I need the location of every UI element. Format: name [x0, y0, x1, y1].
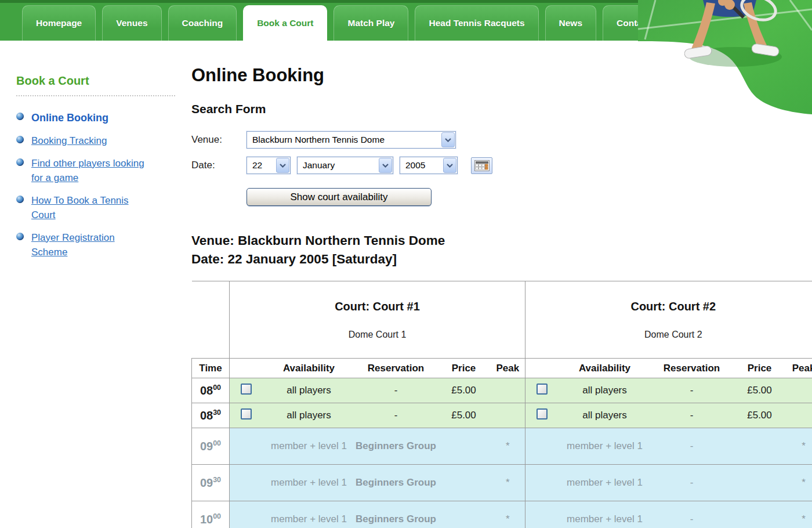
year-select[interactable]: 2005	[400, 157, 458, 174]
sidebar-menu: Online Booking Booking Tracking Find oth…	[16, 110, 175, 260]
chevron-down-icon	[379, 158, 392, 173]
peak-cell: *	[491, 428, 525, 465]
column-header-row: Time Availability Reservation Price Peak…	[192, 359, 812, 378]
calendar-button[interactable]	[471, 157, 492, 174]
time-column-header: Time	[192, 359, 230, 378]
venue-row: Venue: Blackburn Northern Tennis Dome	[191, 131, 812, 149]
availability-checkbox[interactable]	[536, 408, 548, 419]
ball-bullet-icon	[16, 158, 24, 166]
availability-checkbox[interactable]	[241, 384, 252, 395]
peak-cell	[786, 403, 812, 428]
availability-column-header: Availability	[263, 359, 355, 378]
month-select[interactable]: January	[297, 157, 393, 174]
availability-checkbox[interactable]	[241, 408, 252, 419]
peak-cell: *	[786, 428, 812, 465]
sidebar-item-online-booking: Online Booking	[16, 110, 175, 126]
reservation-cell: -	[651, 428, 733, 465]
slot-row-1000: 1000 member + level 1 Beginners Group * …	[192, 501, 812, 528]
court-1-title: Court: Court #1	[230, 300, 525, 313]
nav-tab-match-play[interactable]: Match Play	[334, 5, 408, 41]
checkbox-cell	[525, 501, 559, 528]
nav-tab-homepage[interactable]: Homepage	[22, 5, 96, 41]
nav-tab-head-tennis-racquets[interactable]: Head Tennis Racquets	[415, 5, 538, 41]
availability-checkbox[interactable]	[536, 384, 548, 395]
venue-label: Venue:	[191, 134, 246, 146]
chevron-down-icon	[276, 158, 289, 173]
date-label: Date:	[191, 160, 246, 171]
price-cell	[437, 501, 491, 528]
sidebar-link-player-registration[interactable]: Player Registration Scheme	[31, 230, 145, 260]
ball-bullet-icon	[16, 233, 24, 240]
slot-row-0930: 0930 member + level 1 Beginners Group * …	[192, 465, 812, 501]
peak-cell: *	[491, 501, 525, 528]
availability-cell: member + level 1	[559, 501, 651, 528]
reservation-cell: Beginners Group	[355, 465, 437, 501]
court-2-header: Court: Court #2 Dome Court 2	[525, 281, 812, 359]
results-date-line: Date: 22 January 2005 [Saturday]	[191, 250, 812, 269]
availability-column-header: Availability	[559, 359, 651, 378]
corner-cell	[192, 281, 230, 359]
availability-cell: all players	[263, 378, 355, 403]
peak-cell	[786, 378, 812, 403]
price-cell: £5.00	[733, 378, 786, 403]
price-cell: £5.00	[437, 378, 491, 403]
slot-row-0900: 0900 member + level 1 Beginners Group * …	[192, 428, 812, 465]
court-2-subtitle: Dome Court 2	[525, 330, 812, 340]
nav-tab-venues[interactable]: Venues	[102, 5, 161, 41]
show-availability-button[interactable]: Show court availability	[246, 188, 432, 206]
main-content: Online Booking Search Form Venue: Blackb…	[191, 65, 812, 528]
peak-cell: *	[786, 501, 812, 528]
availability-cell: all players	[559, 403, 651, 428]
sidebar: Book a Court Online Booking Booking Trac…	[16, 74, 175, 267]
slot-row-0830: 0830 all players - £5.00 all players - £…	[192, 403, 812, 428]
price-cell	[437, 428, 491, 465]
reservation-cell: Beginners Group	[355, 501, 437, 528]
availability-cell: member + level 1	[263, 465, 355, 501]
checkbox-cell	[525, 403, 559, 428]
availability-cell: all players	[263, 403, 355, 428]
sidebar-link-find-players[interactable]: Find other players looking for a game	[31, 156, 145, 186]
sidebar-title: Book a Court	[16, 74, 175, 96]
price-cell: £5.00	[437, 403, 491, 428]
slot-row-0800: 0800 all players - £5.00 all players - £…	[192, 378, 812, 403]
price-cell	[437, 465, 491, 501]
day-select[interactable]: 22	[246, 157, 291, 174]
reservation-cell: -	[651, 501, 733, 528]
price-cell	[733, 501, 786, 528]
results-venue-line: Venue: Blackburn Northern Tennis Dome	[191, 232, 812, 250]
availability-cell: member + level 1	[263, 501, 355, 528]
availability-cell: member + level 1	[559, 428, 651, 465]
price-cell: £5.00	[733, 403, 786, 428]
price-column-header: Price	[437, 359, 491, 378]
venue-select-value: Blackburn Northern Tennis Dome	[247, 132, 441, 148]
tennis-player-graphic	[638, 0, 812, 125]
court-1-header: Court: Court #1 Dome Court 1	[230, 281, 525, 359]
sidebar-link-online-booking[interactable]: Online Booking	[31, 110, 145, 126]
venue-select[interactable]: Blackburn Northern Tennis Dome	[246, 131, 456, 149]
ball-bullet-icon	[16, 136, 24, 143]
peak-column-header: Peak	[491, 359, 525, 378]
nav-tab-coaching[interactable]: Coaching	[168, 5, 237, 41]
sidebar-link-booking-tracking[interactable]: Booking Tracking	[31, 133, 145, 149]
availability-cell: member + level 1	[559, 465, 651, 501]
chevron-down-icon	[443, 158, 456, 173]
reservation-cell: -	[651, 403, 733, 428]
time-cell: 0900	[192, 428, 230, 465]
checkbox-cell	[230, 465, 263, 501]
nav-tab-book-a-court[interactable]: Book a Court	[243, 5, 327, 41]
time-cell: 0800	[192, 378, 230, 403]
peak-column-header: Peak	[786, 359, 812, 378]
reservation-cell: -	[355, 378, 437, 403]
nav-tabs: Homepage Venues Coaching Book a Court Ma…	[22, 5, 678, 41]
peak-cell	[491, 378, 525, 403]
sidebar-link-how-to-book[interactable]: How To Book a Tennis Court	[31, 193, 145, 223]
reservation-cell: -	[355, 403, 437, 428]
availability-cell: all players	[559, 378, 651, 403]
sidebar-item-find-players: Find other players looking for a game	[16, 156, 175, 186]
nav-tab-news[interactable]: News	[545, 5, 597, 41]
reservation-column-header: Reservation	[651, 359, 733, 378]
ball-bullet-icon	[16, 196, 24, 203]
court-2-title: Court: Court #2	[525, 300, 812, 313]
date-row: Date: 22 January 2005	[191, 157, 812, 174]
peak-cell: *	[786, 465, 812, 501]
